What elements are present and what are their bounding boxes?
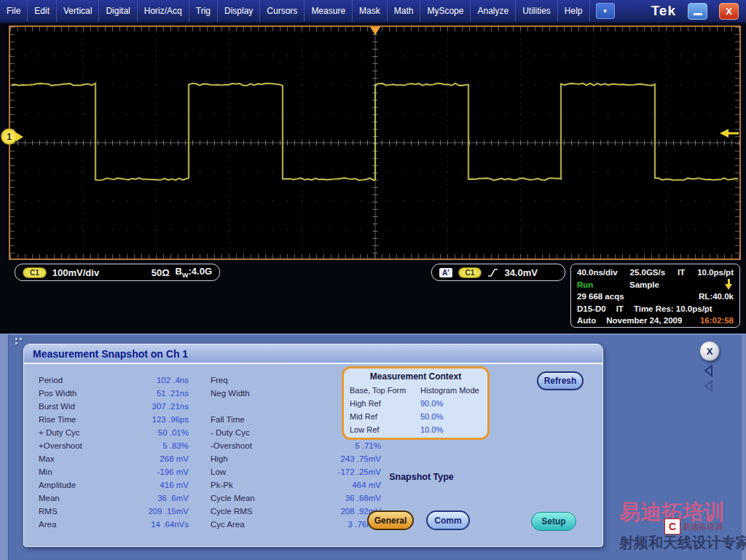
measurement-row: Rise Time123 .96psFall Time135 .47ps — [39, 413, 381, 426]
measurement-table: Period102 .4nsFreq9 .77MHzPos Width51 .2… — [39, 374, 381, 531]
rising-edge-icon — [487, 267, 498, 278]
channel1-arrow-icon — [16, 133, 23, 141]
refresh-button[interactable]: Refresh — [537, 371, 584, 390]
minimize-icon — [694, 13, 702, 15]
measurement-value: 102 .4ns — [111, 376, 189, 384]
menu-item-trig[interactable]: Trig — [189, 0, 218, 22]
measurement-label: High — [211, 454, 288, 463]
channel1-marker[interactable]: 1 — [1, 128, 23, 145]
menu-item-analyze[interactable]: Analyze — [471, 0, 516, 22]
trigger-channel-badge: C1 — [458, 267, 482, 278]
measurement-label: Low — [211, 468, 288, 476]
acquisition-count: 29 668 acqs — [577, 292, 624, 301]
comm-button[interactable]: Comm — [426, 510, 470, 530]
measurement-context-title: Measurement Context — [350, 371, 482, 382]
context-row: Mid Ref50.0% — [350, 410, 482, 423]
measurement-label: Area — [39, 520, 111, 529]
horizontal-status-2: IT — [678, 268, 685, 277]
measurement-label: RMS — [39, 507, 111, 516]
panel-grip-icon[interactable] — [15, 338, 24, 347]
menu-items: FileEditVerticalDigitalHoriz/AcqTrigDisp… — [0, 0, 590, 22]
context-row: Base, Top FormHistogram Mode — [350, 384, 482, 397]
collapse-left-icon[interactable] — [702, 364, 715, 377]
measurement-label: Pk-Pk — [211, 481, 288, 489]
panel-left-edge — [0, 335, 9, 560]
measurement-label: Pos Width — [39, 389, 111, 398]
measurement-row: Burst Wid307 .21ns — [39, 400, 381, 413]
download-arrow-icon — [725, 279, 734, 290]
dialog-titlebar[interactable]: Measurement Snapshot on Ch 1 — [24, 344, 602, 364]
scope-screen: 1 C1 100mV/div 50Ω BW:4.0G A' C1 34.0mV … — [0, 23, 746, 334]
channel-badge: C1 — [23, 267, 47, 278]
context-value: Histogram Mode — [420, 386, 487, 395]
horizontal-status-1: 25.0GS/s — [630, 268, 666, 277]
watermark-small-text: 易迪拓培训 — [683, 521, 723, 532]
menu-item-digital[interactable]: Digital — [99, 0, 137, 22]
menu-item-mask[interactable]: Mask — [353, 0, 388, 22]
measurement-label: Max — [39, 454, 111, 463]
measurement-label: Mean — [39, 494, 111, 502]
dialog-close-button[interactable]: X — [699, 341, 720, 361]
menu-item-utilities[interactable]: Utilities — [516, 0, 558, 22]
measurement-value: -172 .25mV — [288, 468, 381, 476]
date: November 24, 2009 — [606, 316, 682, 325]
measurement-row: Mean36 .6mVCycle Mean36 .68mV — [39, 492, 381, 505]
measurement-label: Freq — [211, 376, 288, 384]
menu-item-edit[interactable]: Edit — [28, 0, 57, 22]
measurement-value: -196 mV — [111, 468, 189, 476]
menu-item-file[interactable]: File — [0, 0, 28, 22]
waveform-plot — [10, 27, 739, 261]
control-panel-area: Measurement Snapshot on Ch 1 Period102 .… — [0, 334, 746, 560]
measurement-label: Fall Time — [211, 415, 288, 424]
menu-item-measure[interactable]: Measure — [305, 0, 353, 22]
menu-item-vertical[interactable]: Vertical — [57, 0, 99, 22]
measurement-label: Cyc Area — [211, 520, 288, 529]
measurement-row: Max268 mVHigh243 .75mV — [39, 452, 381, 465]
horizontal-status-3: 10.0ps/pt — [697, 268, 734, 277]
window-close-button[interactable]: X — [719, 3, 739, 20]
measurement-label: Min — [39, 468, 111, 476]
menu-item-horiz-acq[interactable]: Horiz/Acq — [138, 0, 189, 22]
measurement-row: Area14 .64nVsCyc Area3 .76nVs — [39, 518, 381, 531]
menu-right-group: Tek X — [651, 0, 746, 22]
measurement-row: RMS209 .15mVCycle RMS208 .92mV — [39, 505, 381, 518]
snapshot-type-label: Snapshot Type — [372, 472, 471, 482]
menu-item-myscope[interactable]: MyScope — [420, 0, 471, 22]
general-button[interactable]: General — [367, 510, 414, 530]
menu-item-cursors[interactable]: Cursors — [260, 0, 305, 22]
watermark: 易迪拓培训 C 易迪拓培训 射频和天线设计专家 — [619, 501, 746, 553]
context-row: Low Ref10.0% — [350, 423, 482, 436]
oscilloscope-app: FileEditVerticalDigitalHoriz/AcqTrigDisp… — [0, 0, 746, 560]
watermark-logo: C — [664, 518, 680, 535]
context-value: 50.0% — [420, 412, 487, 421]
collapse-left-icon-2[interactable] — [702, 379, 715, 393]
impedance: 50Ω — [152, 267, 170, 278]
digital-channels: D15-D0 — [577, 304, 606, 313]
measurement-label: Amplitude — [39, 481, 111, 489]
measurement-value: 5 .83% — [111, 441, 189, 450]
trigger-level: 34.0mV — [504, 267, 538, 278]
watermark-line1: 易迪拓培训 — [619, 501, 746, 523]
measurement-label: Cycle Mean — [211, 494, 288, 502]
setup-button[interactable]: Setup — [531, 512, 576, 531]
measurement-label: +Overshoot — [39, 441, 111, 450]
measurement-value: 51 .21ns — [111, 389, 189, 398]
tek-logo: Tek — [651, 3, 676, 19]
measurement-value: 123 .96ps — [111, 415, 189, 424]
measurement-label: Rise Time — [39, 415, 111, 424]
menu-item-display[interactable]: Display — [218, 0, 260, 22]
waveform-graticule — [9, 25, 741, 260]
measurement-row: + Duty Cyc50 .01%- Duty Cyc49 .99% — [39, 426, 381, 439]
time: 16:02:58 — [700, 316, 734, 325]
menu-bar: FileEditVerticalDigitalHoriz/AcqTrigDisp… — [0, 0, 746, 23]
minimize-button[interactable] — [688, 3, 707, 20]
menu-dropdown-button[interactable]: ▼ — [596, 3, 615, 19]
horizontal-status-row: 40.0ns/div25.0GS/sIT10.0ps/pt — [577, 267, 734, 279]
trigger-mode: Auto — [577, 316, 596, 325]
vertical-scale: 100mV/div — [52, 267, 99, 278]
acquisition-mode: Sample — [629, 280, 659, 289]
menu-item-math[interactable]: Math — [388, 0, 421, 22]
menu-item-help[interactable]: Help — [558, 0, 590, 22]
measurement-value: 14 .64nVs — [111, 520, 189, 529]
context-value: 90.0% — [420, 399, 487, 408]
